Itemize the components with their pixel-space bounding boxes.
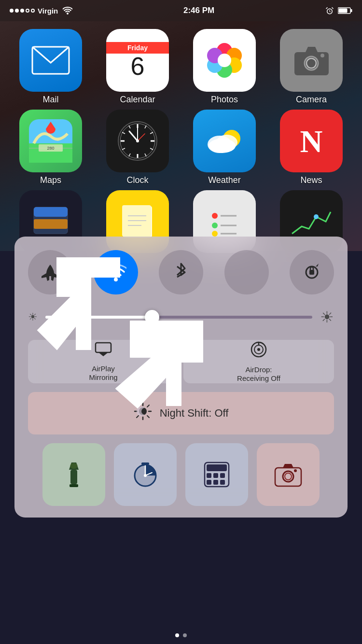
toggle-row xyxy=(28,250,334,294)
airdrop-icon xyxy=(250,341,267,362)
mail-icon xyxy=(19,29,82,92)
night-shift-icon xyxy=(134,402,152,424)
photos-label: Photos xyxy=(211,95,238,105)
maps-label: Maps xyxy=(40,175,61,185)
control-center: ☀ ☀ AirPlayMirroring xyxy=(14,237,348,518)
svg-rect-78 xyxy=(70,470,77,484)
svg-point-37 xyxy=(136,140,139,142)
night-shift-button[interactable]: Night Shift: Off xyxy=(28,392,334,434)
svg-point-15 xyxy=(320,54,324,57)
svg-rect-95 xyxy=(220,480,225,485)
app-weather[interactable]: Weather xyxy=(183,110,265,185)
camera-app-icon xyxy=(280,29,343,92)
svg-rect-45 xyxy=(34,207,68,217)
airplane-mode-toggle[interactable] xyxy=(28,250,72,294)
weather-label: Weather xyxy=(208,175,241,185)
app-maps[interactable]: 280 Maps xyxy=(10,110,92,185)
signal-dot-2 xyxy=(15,9,19,13)
svg-point-81 xyxy=(70,463,78,469)
app-camera[interactable]: Camera xyxy=(270,29,352,105)
timer-button[interactable] xyxy=(114,443,177,506)
brightness-row: ☀ ☀ xyxy=(28,308,334,326)
calculator-button[interactable] xyxy=(185,443,248,506)
svg-point-53 xyxy=(212,223,218,228)
svg-point-52 xyxy=(212,213,218,219)
brightness-slider[interactable] xyxy=(45,316,312,319)
news-icon: N xyxy=(280,110,343,172)
signal-dot-1 xyxy=(10,9,14,13)
moon-icon xyxy=(237,263,256,282)
wifi-icon xyxy=(105,263,126,282)
bluetooth-toggle[interactable] xyxy=(159,250,203,294)
svg-line-74 xyxy=(137,405,139,407)
svg-rect-87 xyxy=(141,462,149,465)
svg-point-41 xyxy=(209,139,236,153)
signal-strength xyxy=(10,9,35,13)
calendar-icon: Friday 6 xyxy=(106,29,169,92)
calendar-day: 6 xyxy=(131,54,145,79)
svg-rect-89 xyxy=(207,464,227,471)
app-mail[interactable]: Mail xyxy=(10,29,92,105)
app-clock[interactable]: Clock xyxy=(97,110,179,185)
page-indicator xyxy=(0,633,362,637)
svg-rect-61 xyxy=(309,270,314,275)
do-not-disturb-toggle[interactable] xyxy=(224,250,269,294)
clock-label: Clock xyxy=(126,175,148,185)
airplay-button[interactable]: AirPlayMirroring xyxy=(28,340,179,383)
timer-icon xyxy=(131,460,160,489)
svg-rect-90 xyxy=(207,473,211,478)
svg-text:N: N xyxy=(300,124,323,159)
svg-line-75 xyxy=(147,416,149,418)
page-dot-1 xyxy=(175,633,179,637)
camera-quick-button[interactable] xyxy=(257,443,320,506)
maps-icon: 280 xyxy=(19,110,82,172)
rotation-lock-toggle[interactable] xyxy=(290,250,334,294)
signal-dot-3 xyxy=(20,9,24,13)
wifi-status-icon xyxy=(63,7,72,14)
bluetooth-icon xyxy=(173,262,189,283)
svg-rect-46 xyxy=(34,219,68,229)
svg-rect-63 xyxy=(96,343,111,352)
wifi-toggle[interactable] xyxy=(94,250,138,294)
rotation-lock-icon xyxy=(302,263,321,282)
svg-point-54 xyxy=(212,231,218,237)
carrier-label: Virgin xyxy=(38,7,58,15)
svg-rect-91 xyxy=(213,473,218,478)
airplay-label: AirPlayMirroring xyxy=(89,364,117,382)
svg-rect-93 xyxy=(207,480,211,485)
brightness-max-icon: ☀ xyxy=(320,308,334,326)
svg-line-77 xyxy=(137,416,139,418)
airdrop-label: AirDrop:Receiving Off xyxy=(237,365,280,383)
battery-icon xyxy=(338,7,352,14)
svg-rect-92 xyxy=(220,473,225,478)
airdrop-button[interactable]: AirDrop:Receiving Off xyxy=(183,340,334,383)
brightness-thumb[interactable] xyxy=(145,310,159,324)
app-calendar[interactable]: Friday 6 Calendar xyxy=(97,29,179,105)
brightness-min-icon: ☀ xyxy=(28,311,38,323)
svg-rect-94 xyxy=(213,480,218,485)
mail-label: Mail xyxy=(42,95,58,105)
photos-icon xyxy=(193,29,256,92)
svg-point-98 xyxy=(285,473,292,480)
alarm-icon xyxy=(325,6,334,15)
signal-dot-4 xyxy=(26,9,29,13)
svg-marker-64 xyxy=(98,352,108,356)
svg-point-67 xyxy=(257,348,260,351)
clock-app-icon xyxy=(106,110,169,172)
svg-point-99 xyxy=(294,469,297,472)
svg-point-11 xyxy=(218,54,231,67)
svg-text:280: 280 xyxy=(47,146,54,151)
homescreen: Mail Friday 6 Calendar Photos xyxy=(0,0,362,251)
torch-button[interactable] xyxy=(42,443,105,506)
svg-point-58 xyxy=(314,214,319,219)
airplane-icon xyxy=(41,263,60,282)
svg-line-76 xyxy=(147,405,149,407)
media-buttons-row: AirPlayMirroring AirDrop:Receiving Off xyxy=(28,340,334,383)
camera-quick-icon xyxy=(274,462,302,487)
status-left: Virgin xyxy=(10,7,72,15)
night-shift-label: Night Shift: Off xyxy=(160,407,229,420)
quick-access-row xyxy=(28,443,334,506)
app-news[interactable]: N News xyxy=(270,110,352,185)
torch-icon xyxy=(62,460,86,489)
app-photos[interactable]: Photos xyxy=(183,29,265,105)
